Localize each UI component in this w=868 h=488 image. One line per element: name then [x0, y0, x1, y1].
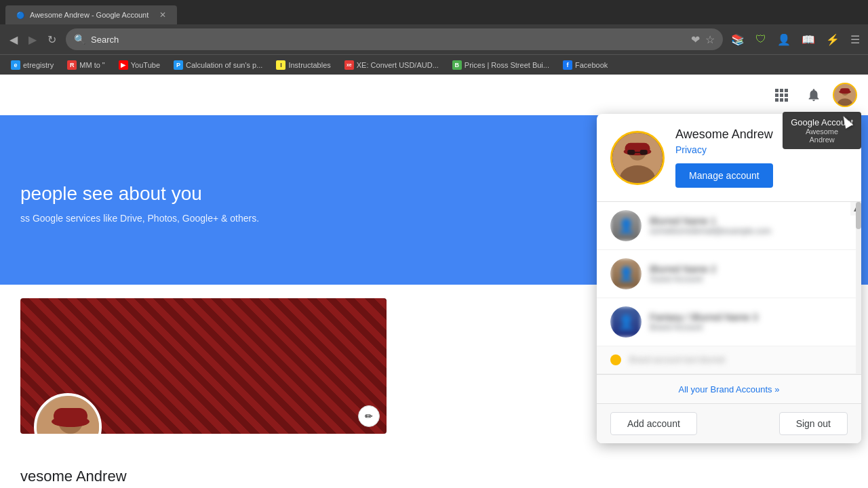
bookmark-instructables[interactable]: I Instructables	[271, 59, 336, 71]
refresh-button[interactable]: ↻	[43, 30, 60, 49]
google-header	[0, 75, 868, 115]
library-icon[interactable]: 📚	[728, 30, 747, 49]
bookmark-label: Facebook	[575, 61, 608, 69]
brand-account-blurred-text: Brand account text blurred	[629, 355, 725, 365]
account-name-2: Blurred Name 2	[650, 264, 848, 274]
bell-icon	[806, 87, 821, 102]
brand-accounts-section: All your Brand Accounts »	[597, 374, 861, 404]
svg-rect-1	[780, 89, 783, 92]
bookmarks-bar: e etregistry R MM to " ▶ YouTube P Calcu…	[0, 54, 868, 75]
svg-rect-3	[775, 94, 778, 97]
edit-icon: ✏	[365, 411, 373, 422]
bookmark-label: Prices | Ross Street Bui...	[465, 61, 549, 69]
tab-bar: 🔵 Awesome Andrew - Google Account ✕	[0, 0, 868, 24]
bookmark-calculation[interactable]: P Calculation of sun's p...	[168, 59, 268, 71]
account-item-3[interactable]: 👤 Fantasy / Blurred Name 3 Brand Account	[597, 298, 861, 346]
svg-rect-0	[775, 89, 778, 92]
menu-icon[interactable]: ☰	[848, 30, 863, 49]
sign-out-button[interactable]: Sign out	[779, 412, 848, 435]
bookmark-etregistry[interactable]: e etregistry	[5, 59, 59, 71]
notifications-button[interactable]	[800, 81, 827, 108]
account-name-1: Blurred Name 1	[650, 216, 848, 226]
nav-bar: ◀ ▶ ↻ 🔍 Search ❤ ☆ 📚 🛡 👤 📖 ⚡ ☰	[0, 24, 868, 54]
account-avatar-image-1: 👤	[610, 210, 642, 241]
bookmark-favicon: ▶	[119, 60, 128, 70]
account-avatar-image-2: 👤	[610, 258, 642, 289]
account-avatar-image-3: 👤	[610, 306, 642, 338]
account-icon[interactable]: 👤	[774, 30, 793, 49]
bookmark-favicon: P	[174, 60, 183, 70]
scrollbar-track[interactable]	[856, 202, 861, 374]
svg-rect-8	[785, 98, 788, 102]
svg-rect-18	[54, 408, 87, 424]
header-icons	[768, 81, 857, 108]
bookmark-favicon: R	[67, 60, 77, 70]
account-avatar-2: 👤	[610, 258, 642, 289]
bookmark-label: Calculation of sun's p...	[186, 61, 262, 69]
dropdown-avatar-image	[612, 131, 663, 185]
svg-rect-4	[780, 94, 783, 97]
avatar-image	[834, 83, 856, 107]
svg-rect-5	[785, 94, 788, 97]
account-avatar-1: 👤	[610, 210, 642, 241]
bookmark-favicon: B	[452, 60, 462, 70]
back-button[interactable]: ◀	[5, 30, 22, 49]
apps-grid-icon	[774, 88, 788, 102]
account-item-2[interactable]: 👤 Blurred Name 2 Guest Account	[597, 250, 861, 298]
sync-icon[interactable]: ⚡	[823, 30, 842, 49]
brand-account-item[interactable]: Brand account text blurred	[597, 346, 861, 374]
dropdown-user-info: Awesome Andrew Privacy Manage account	[675, 127, 773, 188]
browser-toolbar-icons: 📚 🛡 👤 📖 ⚡ ☰	[728, 30, 863, 49]
bookmark-favicon: f	[563, 60, 572, 70]
account-info-1: Blurred Name 1 someblurredemail@example.…	[650, 216, 848, 236]
address-bar[interactable]: 🔍 Search ❤ ☆	[66, 28, 723, 50]
brand-accounts-link[interactable]: All your Brand Accounts »	[679, 384, 780, 394]
account-info-2: Blurred Name 2 Guest Account	[650, 264, 848, 284]
address-text: Search	[91, 35, 686, 45]
svg-rect-7	[780, 98, 783, 102]
page-content: people see about you ss Google services …	[0, 75, 868, 488]
dropdown-top-section: Awesome Andrew Privacy Manage account	[597, 114, 861, 202]
search-icon: 🔍	[74, 34, 85, 45]
shield-icon[interactable]: 🛡	[753, 30, 769, 48]
user-avatar-button[interactable]	[833, 83, 857, 107]
forward-button[interactable]: ▶	[24, 30, 41, 49]
active-tab[interactable]: 🔵 Awesome Andrew - Google Account ✕	[5, 5, 177, 24]
star-icon: ☆	[705, 33, 715, 46]
account-info-3: Fantasy / Blurred Name 3 Brand Account	[650, 312, 848, 332]
brand-account-icon	[610, 354, 621, 365]
bookmark-favicon: e	[11, 60, 20, 70]
tab-favicon: 🔵	[16, 12, 24, 19]
profile-name: vesome Andrew	[20, 468, 848, 485]
bookmark-label: MM to "	[79, 61, 105, 69]
bookmark-label: XE: Convert USD/AUD...	[357, 61, 439, 69]
bookmark-prices[interactable]: B Prices | Ross Street Bui...	[447, 59, 555, 71]
bookmark-facebook[interactable]: f Facebook	[557, 59, 613, 71]
bookmark-mm[interactable]: R MM to "	[62, 59, 111, 71]
add-account-button[interactable]: Add account	[610, 412, 697, 435]
apps-button[interactable]	[768, 81, 795, 108]
bookmark-xe[interactable]: xe XE: Convert USD/AUD...	[339, 59, 444, 71]
google-page: people see about you ss Google services …	[0, 75, 868, 488]
account-name-3: Fantasy / Blurred Name 3	[650, 312, 848, 323]
dropdown-user-name: Awesome Andrew	[675, 127, 773, 142]
manage-account-button[interactable]: Manage account	[675, 163, 773, 188]
bookmark-youtube[interactable]: ▶ YouTube	[113, 59, 165, 71]
bookmark-favicon: I	[276, 60, 285, 70]
svg-rect-24	[627, 149, 635, 154]
tab-close[interactable]: ✕	[159, 10, 166, 20]
browser-chrome: 🔵 Awesome Andrew - Google Account ✕ ◀ ▶ …	[0, 0, 868, 75]
edit-profile-button[interactable]: ✏	[358, 405, 380, 427]
account-dropdown: Awesome Andrew Privacy Manage account ▲ …	[597, 114, 861, 443]
scrollbar-thumb[interactable]	[856, 202, 861, 229]
reader-icon[interactable]: 📖	[799, 30, 818, 49]
dropdown-avatar	[610, 131, 665, 185]
accounts-list-container: ▲ 👤 Blurred Name 1 someblurredemail@exam…	[597, 202, 861, 374]
account-item-1[interactable]: 👤 Blurred Name 1 someblurredemail@exampl…	[597, 202, 861, 250]
pocket-icon: ❤	[691, 33, 700, 46]
tab-title: Awesome Andrew - Google Account	[30, 11, 149, 19]
privacy-link[interactable]: Privacy	[675, 144, 773, 155]
account-email-2: Guest Account	[650, 274, 848, 284]
account-email-3: Brand Account	[650, 323, 848, 332]
svg-rect-13	[840, 88, 850, 93]
